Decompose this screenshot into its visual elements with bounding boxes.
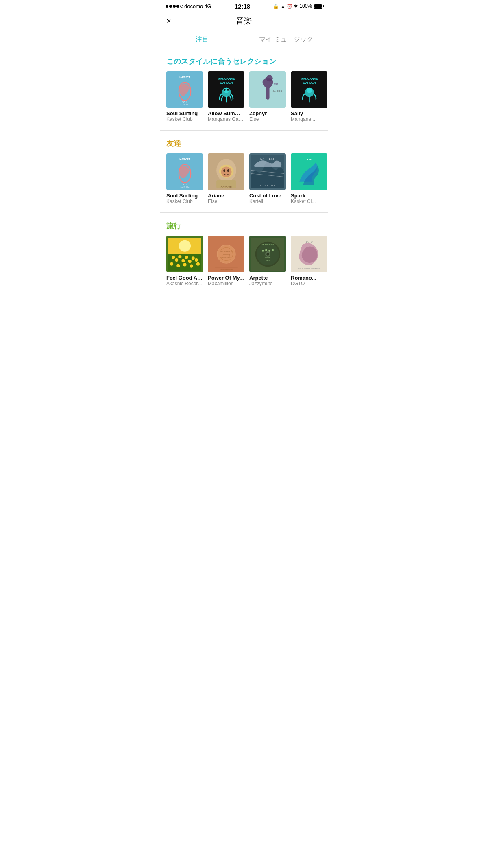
svg-point-45 bbox=[178, 255, 181, 258]
album-artist-feel-good: Akashic Records bbox=[166, 281, 203, 286]
bluetooth-icon: ✱ bbox=[294, 4, 298, 9]
album-name-sally: Sally bbox=[291, 110, 327, 116]
albums-row-friends: KASKET SOUL SURFING Soul Surfing Kasket … bbox=[160, 153, 328, 204]
svg-point-29 bbox=[227, 169, 229, 172]
album-artist-romano: DGTO bbox=[291, 281, 327, 286]
svg-text:maxamillion: maxamillion bbox=[220, 250, 232, 252]
album-art-allow-summer: MANGANAS GARDEN bbox=[208, 71, 244, 108]
album-cover-cost-of-love: KARTELL R I V I E R A bbox=[249, 153, 286, 190]
album-ariane[interactable]: ARIANE Ariane Else bbox=[208, 153, 244, 204]
svg-text:else: else bbox=[274, 83, 278, 85]
svg-text:jazzymutce: jazzymutce bbox=[261, 243, 274, 245]
bottom-spacer bbox=[160, 286, 328, 303]
manganas-art-2: MANGANAS GARDEN bbox=[293, 73, 326, 106]
album-romano[interactable]: DGTO SOME PEOPLE DON'T FALL Romano... DG… bbox=[291, 236, 327, 286]
album-art-romano: DGTO SOME PEOPLE DON'T FALL bbox=[291, 236, 327, 272]
lock-icon: 🔒 bbox=[273, 4, 279, 9]
ariane-art: ARIANE bbox=[210, 155, 243, 188]
album-name-allow-summer: Allow Summer bbox=[208, 110, 244, 116]
network-label: 4G bbox=[204, 3, 211, 9]
svg-text:KAS: KAS bbox=[307, 158, 312, 161]
album-zephyr[interactable]: else ZEPHYR Zephyr Else bbox=[249, 71, 286, 122]
svg-point-74 bbox=[268, 249, 270, 251]
signal-dot-3 bbox=[173, 5, 176, 8]
album-power-of-my[interactable]: maxamillion power of my melodies electro… bbox=[208, 236, 244, 286]
svg-text:SOUL: SOUL bbox=[182, 183, 187, 185]
tabs: 注目 マイ ミュージック bbox=[160, 31, 328, 48]
album-artist-soul-surfing-2: Kasket Club bbox=[166, 199, 203, 204]
album-name-spark: Spark bbox=[291, 192, 327, 199]
svg-text:SOUL: SOUL bbox=[182, 101, 187, 103]
svg-text:MANGANAS: MANGANAS bbox=[218, 77, 235, 81]
album-sally[interactable]: MANGANAS GARDEN Sally Mangana... bbox=[291, 71, 327, 122]
album-cost-of-love[interactable]: KARTELL R I V I E R A Cost of Love Karte… bbox=[249, 153, 286, 204]
battery-fill bbox=[314, 4, 322, 8]
album-name-cost-of-love: Cost of Love bbox=[249, 192, 286, 199]
svg-text:SURFING: SURFING bbox=[180, 186, 189, 188]
battery-icon bbox=[314, 4, 322, 9]
album-name-ariane: Ariane bbox=[208, 192, 244, 199]
album-art-power: maxamillion power of my melodies electro… bbox=[208, 236, 244, 272]
close-button[interactable]: × bbox=[166, 16, 171, 26]
carrier-label: docomo bbox=[184, 3, 203, 9]
status-time: 12:18 bbox=[235, 3, 250, 10]
svg-point-19 bbox=[307, 87, 312, 93]
album-artist-zephyr: Else bbox=[249, 116, 286, 122]
status-left: docomo 4G bbox=[166, 3, 211, 9]
signal-dot-5 bbox=[180, 5, 183, 8]
tab-featured[interactable]: 注目 bbox=[160, 31, 244, 48]
kartell-art: KARTELL R I V I E R A bbox=[251, 155, 284, 188]
svg-point-43 bbox=[172, 256, 175, 259]
album-art-zephyr: else ZEPHYR bbox=[249, 71, 286, 108]
tab-featured-label: 注目 bbox=[196, 36, 209, 43]
svg-text:swing: swing bbox=[266, 259, 270, 261]
album-allow-summer[interactable]: MANGANAS GARDEN bbox=[208, 71, 244, 122]
svg-point-53 bbox=[183, 263, 186, 266]
album-artist-cost-of-love: Kartell bbox=[249, 199, 286, 204]
album-soul-surfing-2[interactable]: KASKET SOUL SURFING Soul Surfing Kasket … bbox=[166, 153, 203, 204]
manganas-art-1: MANGANAS GARDEN bbox=[210, 73, 243, 106]
battery-percent: 100% bbox=[299, 3, 312, 9]
album-cover-allow-summer: MANGANAS GARDEN bbox=[208, 71, 244, 108]
album-cover-zephyr: else ZEPHYR bbox=[249, 71, 286, 108]
albums-row-travel: Feel Good Ac... Akashic Records maxamill… bbox=[160, 236, 328, 286]
album-name-soul-surfing-1: Soul Surfing bbox=[166, 110, 203, 116]
album-cover-feel-good bbox=[166, 236, 203, 272]
signal-dots bbox=[166, 5, 183, 8]
album-feel-good[interactable]: Feel Good Ac... Akashic Records bbox=[166, 236, 203, 286]
svg-point-49 bbox=[191, 256, 194, 260]
svg-text:Quintet: Quintet bbox=[265, 256, 270, 258]
svg-point-10 bbox=[227, 89, 229, 91]
svg-point-72 bbox=[261, 249, 264, 251]
signal-dot-4 bbox=[176, 5, 179, 8]
header-title: 音楽 bbox=[236, 15, 252, 26]
section-travel-title: 旅行 bbox=[160, 221, 328, 236]
svg-point-52 bbox=[176, 264, 180, 267]
svg-point-54 bbox=[190, 264, 193, 267]
albums-row-style: KASKET SOUL SURFING Soul Surfing Kasket … bbox=[160, 71, 328, 122]
album-spark[interactable]: KAS Spark Kasket Cl... bbox=[291, 153, 327, 204]
svg-text:KASKET: KASKET bbox=[179, 76, 190, 79]
album-soul-surfing-1[interactable]: KASKET SOUL SURFING Soul Surfing Kasket … bbox=[166, 71, 203, 122]
album-art-sally: MANGANAS GARDEN bbox=[291, 71, 327, 108]
album-artist-spark: Kasket Cl... bbox=[291, 199, 327, 204]
kasket-art-2: KASKET SOUL SURFING bbox=[168, 155, 201, 188]
tab-mymusic[interactable]: マイ ミュージック bbox=[244, 31, 328, 48]
album-cover-soul-surfing-1: KASKET SOUL SURFING bbox=[166, 71, 203, 108]
album-name-zephyr: Zephyr bbox=[249, 110, 286, 116]
album-cover-ariane: ARIANE bbox=[208, 153, 244, 190]
album-cover-power: maxamillion power of my melodies electro… bbox=[208, 236, 244, 272]
svg-point-73 bbox=[265, 249, 267, 251]
svg-point-68 bbox=[266, 253, 269, 255]
svg-text:ZEPHYR: ZEPHYR bbox=[272, 89, 282, 92]
feelgood-art bbox=[168, 238, 201, 271]
svg-text:electronic eclectic: electronic eclectic bbox=[220, 268, 233, 270]
svg-text:SURFING: SURFING bbox=[180, 103, 189, 105]
svg-text:DGTO: DGTO bbox=[306, 241, 313, 243]
album-arpette[interactable]: jazzymutce Quintet swing Arpette Jazzymu… bbox=[249, 236, 286, 286]
svg-point-27 bbox=[221, 166, 231, 177]
album-artist-sally: Mangana... bbox=[291, 116, 327, 122]
svg-point-28 bbox=[223, 169, 225, 172]
svg-text:power of: power of bbox=[222, 253, 230, 255]
svg-point-44 bbox=[175, 258, 178, 262]
